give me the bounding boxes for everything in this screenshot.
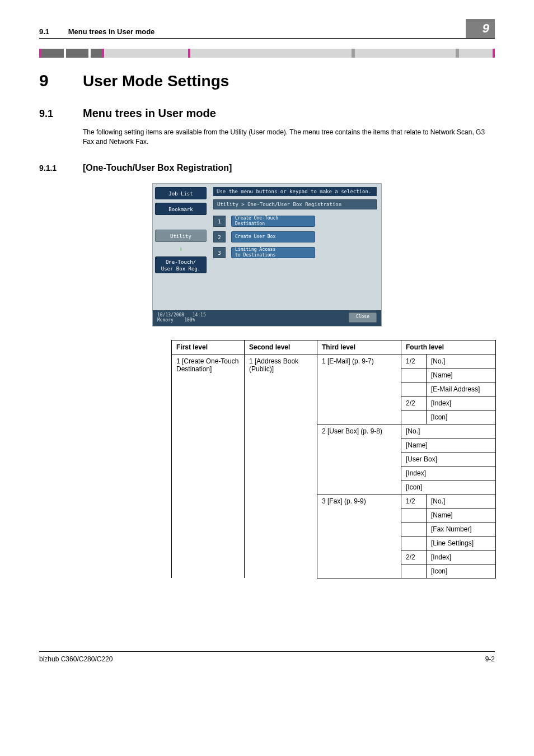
table-cell: 1 [Address Book (Public)]	[245, 354, 317, 578]
table-cell: [Icon]	[401, 480, 496, 494]
screenshot-memory-value: 100%	[184, 318, 195, 323]
table-cell: [No.]	[427, 494, 496, 508]
chapter-heading: 9 User Mode Settings	[39, 71, 495, 90]
table-cell: 2 [User Box] (p. 9-8)	[317, 424, 401, 494]
screenshot-time: 14:15	[193, 312, 206, 318]
menu-number: 1	[213, 216, 226, 227]
screenshot-date: 10/13/2008	[157, 312, 184, 318]
menu-number: 3	[213, 247, 226, 258]
header-section-number: 9.1	[39, 27, 49, 36]
decorative-tick-bar	[39, 49, 495, 58]
section-title: Menu trees in User mode	[83, 107, 216, 120]
page-footer: bizhub C360/C280/C220 9-2	[39, 651, 495, 663]
table-cell	[401, 382, 427, 396]
chapter-number: 9	[39, 71, 83, 90]
table-cell	[401, 522, 427, 536]
table-cell	[401, 508, 427, 522]
table-cell: [E-Mail Address]	[427, 382, 496, 396]
table-cell: [Index]	[401, 466, 496, 480]
header-section-title: Menu trees in User mode	[68, 27, 155, 36]
table-cell: [Name]	[401, 438, 496, 452]
table-cell: 1/2	[401, 354, 427, 368]
menu-tree-table: First level Second level Third level Fou…	[171, 340, 496, 578]
table-cell: [Fax Number]	[427, 522, 496, 536]
menu-number: 2	[213, 231, 226, 242]
subsection-heading: 9.1.1 [One-Touch/User Box Registration]	[39, 163, 495, 173]
table-cell: [Icon]	[427, 410, 496, 424]
table-cell: [Index]	[427, 396, 496, 410]
table-cell	[401, 368, 427, 382]
table-header: First level	[172, 340, 245, 354]
screenshot-breadcrumb: Utility > One-Touch/User Box Registratio…	[213, 199, 377, 209]
table-cell: 2/2	[401, 550, 427, 564]
screenshot-close-button[interactable]: Close	[349, 312, 377, 323]
footer-model: bizhub C360/C280/C220	[39, 655, 113, 663]
menu-label: Limiting Access to Destinations	[231, 247, 315, 258]
screenshot-menu-item[interactable]: 1 Create One-Touch Destination	[213, 215, 377, 227]
screenshot-utility-button[interactable]: Utility	[155, 230, 207, 242]
table-header: Third level	[317, 340, 401, 354]
table-cell	[401, 564, 427, 578]
table-header: Fourth level	[401, 340, 496, 354]
chapter-tab: 9	[466, 19, 495, 38]
table-cell: [User Box]	[401, 452, 496, 466]
screenshot-memory-label: Memory	[157, 318, 174, 323]
embedded-screenshot: Job List Bookmark Utility ⬇ One-Touch/ U…	[152, 183, 382, 326]
screenshot-joblist-button[interactable]: Job List	[155, 187, 207, 199]
table-cell: [No.]	[401, 424, 496, 438]
section-body-text: The following setting items are availabl…	[83, 128, 495, 147]
footer-page-number: 9-2	[485, 655, 495, 663]
table-header: Second level	[245, 340, 317, 354]
chapter-title: User Mode Settings	[83, 72, 229, 90]
table-cell: [Icon]	[427, 564, 496, 578]
table-cell: 1 [Create One-Touch Destination]	[172, 354, 245, 578]
table-cell: [No.]	[427, 354, 496, 368]
screenshot-menu-item[interactable]: 3 Limiting Access to Destinations	[213, 246, 377, 259]
table-cell: [Name]	[427, 508, 496, 522]
menu-label: Create User Box	[231, 231, 315, 242]
table-cell: [Name]	[427, 368, 496, 382]
table-cell: 2/2	[401, 396, 427, 410]
table-cell: [Index]	[427, 550, 496, 564]
section-number: 9.1	[39, 108, 83, 120]
menu-label: Create One-Touch Destination	[231, 216, 315, 227]
table-cell	[401, 410, 427, 424]
down-arrow-icon: ⬇	[155, 245, 207, 253]
section-heading: 9.1 Menu trees in User mode	[39, 107, 495, 120]
subsection-number: 9.1.1	[39, 164, 83, 172]
screenshot-instruction: Use the menu buttons or keypad to make a…	[213, 187, 377, 196]
table-cell: [Line Settings]	[427, 536, 496, 550]
table-cell	[401, 536, 427, 550]
table-cell: 1/2	[401, 494, 427, 508]
screenshot-menu-item[interactable]: 2 Create User Box	[213, 231, 377, 243]
table-cell: 1 [E-Mail] (p. 9-7)	[317, 354, 401, 424]
table-cell: 3 [Fax] (p. 9-9)	[317, 494, 401, 578]
screenshot-bookmark-button[interactable]: Bookmark	[155, 203, 207, 215]
subsection-title: [One-Touch/User Box Registration]	[83, 163, 232, 173]
running-header: 9.1 Menu trees in User mode 9	[39, 17, 495, 39]
screenshot-reg-button[interactable]: One-Touch/ User Box Reg.	[155, 256, 207, 273]
